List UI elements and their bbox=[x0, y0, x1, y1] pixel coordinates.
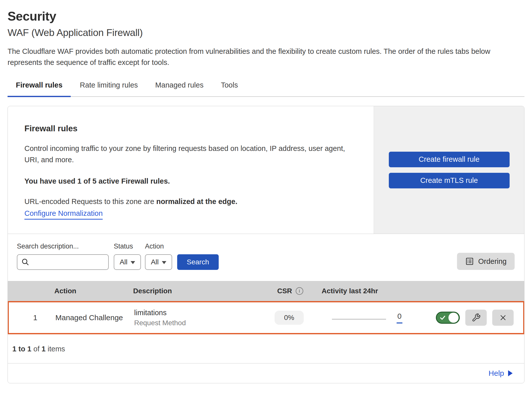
firewall-rules-card: Firewall rules Control incoming traffic … bbox=[8, 106, 524, 383]
action-select[interactable]: All bbox=[145, 254, 172, 270]
page-subtitle: WAF (Web Application Firewall) bbox=[8, 27, 524, 38]
search-input[interactable] bbox=[29, 255, 120, 269]
search-label: Search description... bbox=[17, 242, 109, 250]
rule-csr-cell: 0% bbox=[258, 311, 321, 325]
chevron-down-icon bbox=[131, 261, 135, 264]
usage-note: You have used 1 of 5 active Firewall rul… bbox=[24, 177, 359, 185]
help-arrow-icon bbox=[508, 370, 513, 376]
configure-normalization-link[interactable]: Configure Normalization bbox=[24, 209, 103, 220]
table-row[interactable]: 1 Managed Challenge limitations Request … bbox=[9, 302, 523, 333]
ordering-button[interactable]: Ordering bbox=[457, 253, 515, 270]
help-row: Help bbox=[8, 363, 524, 383]
ordering-button-label: Ordering bbox=[478, 257, 507, 266]
action-filter-group: Action All bbox=[145, 242, 172, 270]
highlighted-rule-row: 1 Managed Challenge limitations Request … bbox=[8, 301, 524, 334]
close-icon bbox=[499, 313, 507, 322]
edit-rule-button[interactable] bbox=[465, 310, 487, 326]
activity-sparkline bbox=[332, 319, 386, 319]
rule-enabled-toggle[interactable] bbox=[436, 312, 460, 324]
page-description: The Cloudflare WAF provides both automat… bbox=[8, 46, 524, 68]
status-filter-group: Status All bbox=[114, 242, 141, 270]
status-select-value: All bbox=[120, 258, 127, 266]
overview-text: Firewall rules Control incoming traffic … bbox=[8, 106, 374, 234]
summary-items: items bbox=[48, 345, 65, 353]
info-icon[interactable] bbox=[296, 287, 303, 295]
rule-description: limitations bbox=[134, 309, 258, 317]
action-label: Action bbox=[145, 242, 172, 250]
overview-description: Control incoming traffic to your zone by… bbox=[24, 143, 359, 166]
overview-heading: Firewall rules bbox=[24, 124, 359, 133]
chevron-down-icon bbox=[162, 261, 166, 264]
create-firewall-rule-button[interactable]: Create firewall rule bbox=[389, 152, 510, 167]
check-icon bbox=[439, 314, 446, 321]
search-filter-group: Search description... bbox=[17, 242, 109, 270]
ordering-list-icon bbox=[465, 257, 474, 266]
filter-bar: Search description... Status All Action bbox=[8, 234, 524, 281]
csr-badge: 0% bbox=[275, 311, 304, 325]
tab-rate-limiting-rules[interactable]: Rate limiting rules bbox=[71, 81, 146, 97]
pagination-summary: 1 to 1 of 1 items bbox=[8, 334, 524, 363]
rule-action: Managed Challenge bbox=[55, 313, 134, 322]
page-title: Security bbox=[8, 9, 524, 24]
search-button[interactable]: Search bbox=[177, 254, 219, 270]
search-icon bbox=[21, 258, 29, 266]
header-activity: Activity last 24hr bbox=[322, 287, 408, 295]
summary-range: 1 to 1 bbox=[12, 345, 31, 353]
toggle-knob bbox=[448, 313, 459, 323]
normalization-bold: normalized at the edge. bbox=[156, 197, 237, 205]
rule-controls bbox=[407, 310, 523, 326]
delete-rule-button[interactable] bbox=[492, 310, 514, 326]
waf-page: Security WAF (Web Application Firewall) … bbox=[0, 0, 532, 412]
action-select-value: All bbox=[151, 258, 159, 266]
normalization-note: URL-encoded Requests to this zone are no… bbox=[24, 197, 359, 206]
wrench-icon bbox=[472, 313, 481, 322]
status-select[interactable]: All bbox=[114, 254, 141, 270]
search-box bbox=[17, 254, 109, 270]
create-mtls-rule-button[interactable]: Create mTLS rule bbox=[389, 173, 510, 188]
header-description: Description bbox=[133, 287, 259, 295]
normalization-text: URL-encoded Requests to this zone are bbox=[24, 197, 156, 205]
status-label: Status bbox=[114, 242, 141, 250]
tab-tools[interactable]: Tools bbox=[213, 81, 246, 97]
help-link[interactable]: Help bbox=[488, 369, 504, 378]
table-header: Action Description CSR Activity last 24h… bbox=[8, 281, 524, 301]
rule-priority: 1 bbox=[9, 313, 55, 322]
overview-section: Firewall rules Control incoming traffic … bbox=[8, 106, 524, 234]
rule-description-sub: Request Method bbox=[134, 319, 258, 327]
tab-managed-rules[interactable]: Managed rules bbox=[147, 81, 212, 97]
header-csr: CSR bbox=[259, 287, 322, 295]
header-action: Action bbox=[54, 287, 133, 295]
activity-count-link[interactable]: 0 bbox=[397, 312, 402, 323]
actions-panel: Create firewall rule Create mTLS rule bbox=[374, 106, 524, 234]
header-csr-label: CSR bbox=[277, 287, 292, 295]
rule-activity-cell: 0 bbox=[321, 312, 407, 323]
rule-description-cell: limitations Request Method bbox=[134, 309, 258, 327]
summary-of: of bbox=[33, 345, 40, 353]
summary-count: 1 bbox=[42, 345, 46, 353]
tab-bar: Firewall rules Rate limiting rules Manag… bbox=[8, 81, 524, 97]
tab-firewall-rules[interactable]: Firewall rules bbox=[8, 81, 71, 97]
